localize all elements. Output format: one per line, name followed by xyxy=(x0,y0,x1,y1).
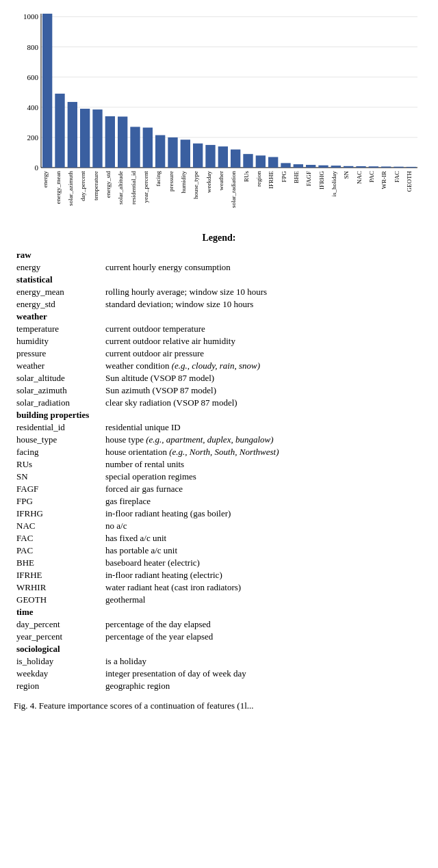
svg-rect-54 xyxy=(294,164,303,168)
legend-item: energycurrent hourly energy consumption xyxy=(14,261,424,274)
legend-item-desc: house orientation (e.g., North, South, N… xyxy=(103,446,424,458)
svg-rect-28 xyxy=(130,127,140,168)
svg-text:energy: energy xyxy=(42,171,49,188)
svg-rect-46 xyxy=(243,154,253,168)
legend-item: WRHIRwater radiant heat (cast iron radia… xyxy=(14,581,424,594)
section-header: statistical xyxy=(14,274,424,286)
legend-item-desc: forced air gas furnace xyxy=(103,483,424,495)
legend-item: IFRHGin-floor radiant heating (gas boile… xyxy=(14,508,424,520)
legend-item: day_percentpercentage of the day elapsed xyxy=(14,618,424,631)
legend-item-name: NAC xyxy=(14,520,103,532)
legend-item-desc: special operation regimes xyxy=(103,471,424,483)
legend-item-desc: house type (e.g., apartment, duplex, bun… xyxy=(103,434,424,446)
legend-item: humiditycurrent outdoor relative air hum… xyxy=(14,335,424,347)
svg-text:FAC: FAC xyxy=(394,171,400,183)
legend-item-name: GEOTH xyxy=(14,594,103,606)
svg-text:RUs: RUs xyxy=(243,171,250,183)
svg-rect-44 xyxy=(231,150,240,168)
svg-rect-42 xyxy=(218,146,228,168)
svg-text:energy_mean: energy_mean xyxy=(55,171,62,205)
legend-item-name: BHE xyxy=(14,557,103,569)
legend-item-name: solar_altitude xyxy=(14,372,103,384)
legend-item-name: FAC xyxy=(14,532,103,544)
legend-item-name: FAGF xyxy=(14,483,103,495)
svg-text:NAC: NAC xyxy=(356,171,363,184)
section-header: time xyxy=(14,606,424,618)
legend-item-name: energy xyxy=(14,261,103,274)
legend-item-name: humidity xyxy=(14,335,103,347)
legend-item-name: PAC xyxy=(14,544,103,557)
legend-item: solar_azimuthSun azimuth (VSOP 87 model) xyxy=(14,384,424,397)
svg-text:SN: SN xyxy=(343,171,350,179)
svg-rect-14 xyxy=(42,14,52,168)
legend-item-name: IFRHG xyxy=(14,508,103,520)
svg-text:weekday: weekday xyxy=(205,171,212,193)
svg-rect-62 xyxy=(344,166,353,168)
legend-item: PAChas portable a/c unit xyxy=(14,544,424,557)
legend-item: BHEbaseboard heater (electric) xyxy=(14,557,424,569)
svg-text:solar_altitude: solar_altitude xyxy=(117,171,124,205)
svg-text:IFRHG: IFRHG xyxy=(318,171,325,190)
legend-item-name: pressure xyxy=(14,347,103,360)
svg-text:year_percent: year_percent xyxy=(142,171,149,203)
legend-item: SNspecial operation regimes xyxy=(14,471,424,483)
legend-item: solar_radiationclear sky radiation (VSOP… xyxy=(14,397,424,409)
legend-title: Legend: xyxy=(14,233,424,244)
svg-rect-70 xyxy=(394,167,403,168)
legend-item-desc: current outdoor relative air humidity xyxy=(103,335,424,347)
legend-item-name: solar_azimuth xyxy=(14,384,103,397)
legend-item-desc: Sun azimuth (VSOP 87 model) xyxy=(103,384,424,397)
svg-rect-38 xyxy=(193,144,203,168)
svg-text:region: region xyxy=(255,171,262,187)
legend-item-name: temperature xyxy=(14,323,103,335)
legend-item-name: energy_std xyxy=(14,298,103,311)
legend-table: rawenergycurrent hourly energy consumpti… xyxy=(14,249,424,692)
legend-item-desc: water radiant heat (cast iron radiators) xyxy=(103,581,424,594)
legend-item-name: region xyxy=(14,680,103,692)
legend-item-desc: geothermal xyxy=(103,594,424,606)
legend-item: FAGFforced air gas furnace xyxy=(14,483,424,495)
legend-item-name: house_type xyxy=(14,434,103,446)
legend-item: energy_meanrolling hourly average; windo… xyxy=(14,286,424,298)
legend-item: is_holidayis a holiday xyxy=(14,655,424,668)
legend-item-name: RUs xyxy=(14,458,103,471)
legend-item-desc: current hourly energy consumption xyxy=(103,261,424,274)
svg-rect-40 xyxy=(205,145,215,168)
svg-text:GEOTH: GEOTH xyxy=(406,171,413,192)
legend-item-desc: no a/c xyxy=(103,520,424,532)
svg-rect-60 xyxy=(331,166,341,168)
svg-rect-64 xyxy=(356,166,365,168)
svg-rect-32 xyxy=(155,135,165,168)
legend-item: FPGgas fireplace xyxy=(14,495,424,508)
legend-item: solar_altitudeSun altitude (VSOP 87 mode… xyxy=(14,372,424,384)
svg-text:house_type: house_type xyxy=(192,171,199,199)
legend-item-desc: has fixed a/c unit xyxy=(103,532,424,544)
svg-text:600: 600 xyxy=(27,73,39,81)
svg-rect-24 xyxy=(105,116,115,168)
svg-text:800: 800 xyxy=(27,43,39,51)
legend-item: regiongeographic region xyxy=(14,680,424,692)
bar-chart: 02004006008001000energyenergy_meansolar_… xyxy=(14,7,424,226)
svg-rect-16 xyxy=(55,94,64,168)
svg-text:weather: weather xyxy=(218,171,224,190)
legend-item-desc: percentage of the year elapsed xyxy=(103,631,424,643)
svg-text:FAGF: FAGF xyxy=(305,171,312,186)
svg-text:WR-IR: WR-IR xyxy=(381,171,387,189)
svg-rect-20 xyxy=(80,109,90,168)
legend-item: energy_stdstandard deviation; window siz… xyxy=(14,298,424,311)
svg-rect-58 xyxy=(318,166,328,168)
legend-item-name: solar_radiation xyxy=(14,397,103,409)
svg-rect-68 xyxy=(381,166,391,168)
legend-item-desc: standard deviation; window size 10 hours xyxy=(103,298,424,311)
svg-text:1000: 1000 xyxy=(23,12,39,21)
svg-text:0: 0 xyxy=(35,163,39,172)
svg-text:IFRHE: IFRHE xyxy=(268,171,274,189)
legend-item: house_typehouse type (e.g., apartment, d… xyxy=(14,434,424,446)
legend-item-name: weather xyxy=(14,360,103,372)
svg-text:humidity: humidity xyxy=(180,171,187,194)
legend-item: weatherweather condition (e.g., cloudy, … xyxy=(14,360,424,372)
section-header: raw xyxy=(14,249,424,261)
svg-rect-26 xyxy=(118,116,127,168)
legend-item-desc: number of rental units xyxy=(103,458,424,471)
legend-item-name: day_percent xyxy=(14,618,103,631)
